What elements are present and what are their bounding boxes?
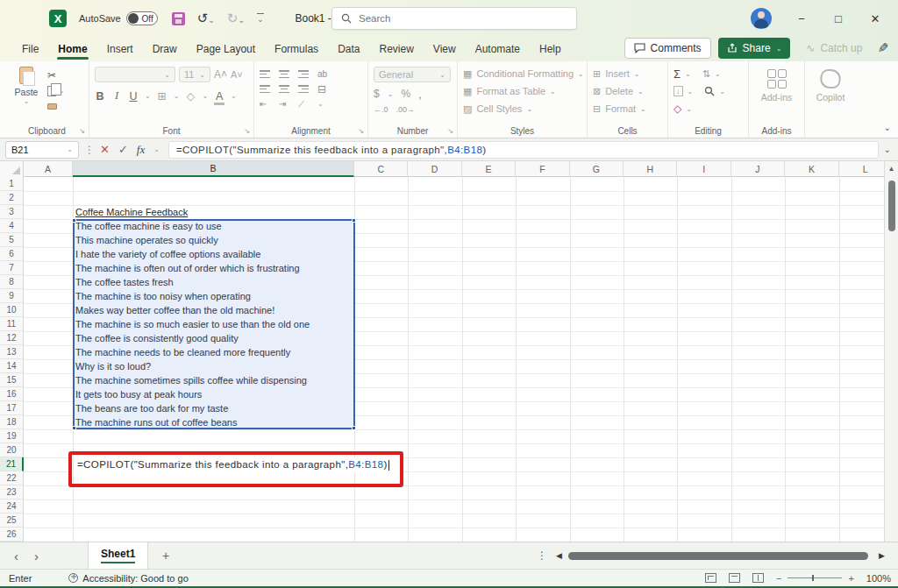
row-header-26[interactable]: 26 [0, 528, 24, 542]
tab-page-layout[interactable]: Page Layout [187, 39, 265, 60]
align-right-icon[interactable] [298, 85, 309, 93]
row-header-13[interactable]: 13 [0, 345, 24, 359]
column-header-g[interactable]: G [570, 161, 624, 177]
prev-sheet-icon[interactable]: ‹ [14, 549, 18, 563]
customize-toolbar-icon[interactable]: ⌄ [257, 13, 264, 24]
column-header-c[interactable]: C [354, 161, 408, 177]
row-header-3[interactable]: 3 [0, 205, 24, 219]
row-header-9[interactable]: 9 [0, 289, 24, 303]
next-sheet-icon[interactable]: › [34, 549, 39, 563]
column-header-b[interactable]: B [73, 161, 354, 177]
font-size-select[interactable]: 11⌄ [179, 67, 210, 82]
tab-file[interactable]: File [12, 39, 48, 60]
row-header-22[interactable]: 22 [0, 471, 24, 485]
row-header-4[interactable]: 4 [0, 219, 24, 233]
user-avatar[interactable] [751, 8, 772, 29]
cell-b7[interactable]: The machine is often out of order which … [75, 261, 300, 275]
cell-b6[interactable]: I hate the variety of coffee options ava… [75, 247, 260, 261]
tab-formulas[interactable]: Formulas [265, 39, 328, 60]
fill-color-button[interactable]: ◇ [185, 89, 196, 103]
zoom-slider[interactable] [788, 577, 842, 578]
cancel-entry-button[interactable]: ✕ [100, 143, 110, 156]
cell-b15[interactable]: The machine sometimes spills coffee whil… [75, 373, 307, 387]
confirm-entry-button[interactable]: ✓ [118, 143, 128, 156]
italic-button[interactable]: I [111, 89, 122, 103]
horizontal-scroll-thumb[interactable] [568, 552, 868, 560]
row-header-17[interactable]: 17 [0, 401, 24, 415]
align-middle-icon[interactable] [279, 70, 289, 78]
cell-b4[interactable]: The coffee machine is easy to use [75, 219, 222, 233]
quill-pen-icon[interactable]: ✎ [878, 40, 889, 56]
cut-icon[interactable]: ✂ [47, 69, 56, 81]
row-header-11[interactable]: 11 [0, 317, 24, 331]
horizontal-scrollbar[interactable] [568, 552, 873, 560]
row-header-10[interactable]: 10 [0, 303, 24, 317]
scroll-up-icon[interactable]: ▲ [885, 165, 898, 173]
borders-button[interactable]: ⊞ [157, 89, 167, 103]
decrease-indent-icon[interactable]: ⇤ [260, 99, 279, 109]
find-select-icon[interactable] [704, 86, 715, 96]
select-all-corner[interactable] [0, 161, 24, 177]
fill-down-icon[interactable]: ↓ [674, 86, 683, 96]
zoom-slider-thumb[interactable] [812, 575, 814, 581]
cell-b11[interactable]: The machine is so much easier to use tha… [75, 317, 310, 331]
autosum-icon[interactable]: Σ [674, 67, 681, 81]
clipboard-dialog-launcher[interactable]: ↘ [79, 127, 85, 135]
orientation-icon[interactable]: ⟋ [298, 99, 317, 110]
number-format-select[interactable]: General⌄ [374, 67, 451, 82]
cell-b8[interactable]: The coffee tastes fresh [75, 275, 174, 289]
row-header-20[interactable]: 20 [0, 443, 24, 457]
styles-item-conditional-formatting[interactable]: ▦Conditional Formatting⌄ [463, 67, 581, 81]
sort-filter-icon[interactable]: ⇅ [702, 68, 710, 80]
page-layout-view-icon[interactable] [729, 573, 740, 583]
vertical-scroll-thumb[interactable] [888, 181, 895, 231]
tab-draw[interactable]: Draw [143, 39, 187, 60]
save-icon[interactable] [172, 12, 185, 25]
catch-up-button[interactable]: ∿ Catch up [797, 38, 871, 59]
format-painter-icon[interactable] [47, 103, 57, 110]
align-bottom-icon[interactable] [298, 70, 309, 78]
autosave-control[interactable]: AutoSave Off [79, 11, 158, 25]
decrease-decimal-icon[interactable]: .00→ [396, 105, 416, 114]
styles-item-format-as-table[interactable]: ▦Format as Table⌄ [463, 84, 581, 98]
autosave-toggle[interactable]: Off [126, 11, 158, 25]
cell-b17[interactable]: The beans are too dark for my taste [75, 401, 228, 415]
zoom-in-icon[interactable]: + [848, 573, 853, 584]
copy-icon[interactable] [47, 86, 56, 96]
grow-font-button[interactable]: A˄ [214, 68, 227, 81]
tab-help[interactable]: Help [530, 39, 571, 60]
merge-center-icon[interactable]: ⊟ [317, 83, 337, 96]
row-header-16[interactable]: 16 [0, 387, 24, 401]
row-header-7[interactable]: 7 [0, 261, 24, 275]
search-box[interactable] [331, 7, 577, 30]
search-input[interactable] [359, 13, 534, 24]
column-header-f[interactable]: F [516, 161, 569, 177]
styles-item-cell-styles[interactable]: ▨Cell Styles⌄ [463, 102, 581, 116]
minimize-button[interactable]: − [795, 12, 809, 25]
paste-button[interactable]: Paste ⌄ [11, 67, 42, 113]
scrollbar-options-icon[interactable]: ⋮ [537, 549, 547, 562]
column-header-i[interactable]: I [677, 161, 731, 177]
redo-button[interactable]: ↻⌄ [227, 11, 245, 26]
cell-b14[interactable]: Why is it so loud? [75, 359, 151, 373]
currency-icon[interactable]: $ [374, 88, 380, 100]
row-header-19[interactable]: 19 [0, 429, 24, 443]
zoom-out-icon[interactable]: − [776, 573, 781, 584]
clear-eraser-icon[interactable]: ◇ [674, 103, 681, 115]
formula-input[interactable]: =COPILOT("Summarize this feedback into a… [168, 141, 879, 159]
increase-decimal-icon[interactable]: ←.0 [374, 105, 388, 114]
column-header-d[interactable]: D [408, 161, 461, 177]
row-header-1[interactable]: 1 [0, 177, 24, 191]
tab-view[interactable]: View [424, 39, 466, 60]
close-button[interactable]: ✕ [868, 12, 882, 25]
undo-button[interactable]: ↺⌄ [197, 11, 215, 26]
sheet-tab-sheet1[interactable]: Sheet1 [88, 542, 148, 569]
column-header-a[interactable]: A [24, 161, 73, 177]
align-top-icon[interactable] [260, 70, 270, 78]
tab-insert[interactable]: Insert [97, 39, 143, 60]
alignment-dialog-launcher[interactable]: ↘ [358, 127, 364, 135]
scroll-left-icon[interactable]: ◀ [556, 551, 562, 560]
row-header-14[interactable]: 14 [0, 359, 24, 373]
row-header-5[interactable]: 5 [0, 233, 24, 247]
increase-indent-icon[interactable]: ⇥ [279, 99, 298, 109]
